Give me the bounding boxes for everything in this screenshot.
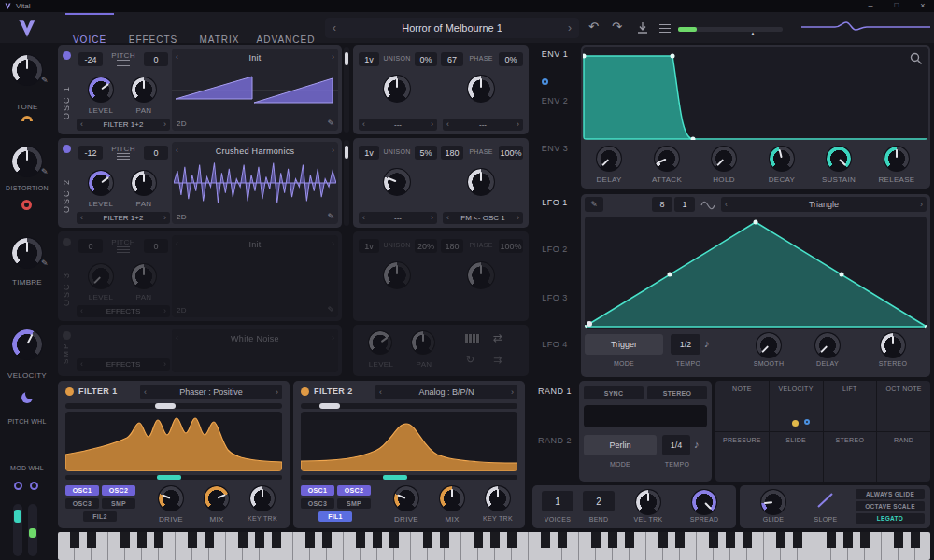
shuffle-icon[interactable]: ⇄	[493, 332, 502, 343]
osc1-level-knob[interactable]	[88, 77, 114, 103]
preset-next-icon[interactable]: ›	[568, 22, 572, 34]
filter2-input-smp[interactable]: SMP	[337, 498, 371, 509]
osc2-wavetable-name[interactable]: Crushed Harmonics	[191, 147, 319, 156]
tab-lfo1[interactable]: LFO 1	[532, 198, 577, 207]
filter2-keytrack-knob[interactable]	[485, 485, 511, 511]
filter1-response-display[interactable]	[65, 412, 282, 471]
osc2-level-knob[interactable]	[88, 170, 114, 196]
rand-sync-button[interactable]: SYNC	[584, 386, 644, 399]
filter2-input-osc1[interactable]: OSC1	[301, 485, 334, 496]
tab-lfo4[interactable]: LFO 4	[532, 340, 577, 349]
rand-tempo-value[interactable]: 1/4	[662, 435, 690, 455]
envelope-display[interactable]	[583, 47, 928, 140]
tab-env3[interactable]: ENV 3	[532, 144, 577, 153]
osc2-routing-select[interactable]: ‹ FILTER 1+2 ›	[77, 212, 170, 224]
filter1-type-select[interactable]: ‹ Phaser : Positive ›	[140, 385, 282, 399]
filter2-morph-handle[interactable]	[319, 403, 340, 409]
osc3-phase-knob[interactable]	[467, 261, 495, 289]
osc1-pan-knob[interactable]	[131, 77, 157, 103]
osc2-frame-mode[interactable]: 2D	[177, 213, 195, 221]
osc1-morph-handle[interactable]	[345, 52, 348, 65]
rand-style-select[interactable]: Perlin	[584, 435, 657, 455]
osc1-dest-a-select[interactable]: ‹ --- ›	[359, 119, 437, 131]
osc2-wavetable-display[interactable]: ‹ Crushed Harmonics › 2D ✎	[172, 142, 338, 224]
filter2-cutoff-handle[interactable]	[383, 475, 407, 480]
wavetable-frames-icon[interactable]	[117, 246, 130, 253]
tab-advanced[interactable]: ADVANCED	[254, 35, 318, 45]
distortion-knob[interactable]	[11, 146, 43, 177]
lfo-stereo-knob[interactable]	[880, 332, 906, 358]
osc2-phase-rand[interactable]: 100%	[499, 146, 523, 160]
osc3-phase-value[interactable]: 180	[441, 239, 463, 253]
lfo-tempo-value[interactable]: 1/2	[671, 334, 700, 355]
osc2-dest-a-select[interactable]: ‹ --- ›	[359, 212, 437, 224]
smp-routing-select[interactable]: ‹ EFFECTS ›	[77, 358, 170, 371]
mod-source-lift[interactable]: LIFT	[824, 381, 877, 431]
vital-logo-icon[interactable]	[15, 16, 39, 40]
lfo-phase-handle[interactable]	[587, 321, 592, 327]
lfo-smooth-knob[interactable]	[756, 332, 782, 358]
chevron-right-icon[interactable]: ›	[517, 120, 519, 129]
mod-indicator-amber-dot[interactable]	[792, 420, 799, 427]
chevron-right-icon[interactable]: ›	[163, 360, 166, 369]
lfo-display[interactable]	[585, 217, 927, 329]
lfo-grid-denominator[interactable]: 1	[674, 197, 695, 212]
glide-knob[interactable]	[760, 489, 786, 515]
smp-sample-name[interactable]: White Noise	[191, 334, 319, 343]
close-button[interactable]: ×	[915, 1, 930, 10]
osc2-transpose-value[interactable]: -12	[78, 146, 103, 160]
smp-level-knob[interactable]	[368, 330, 392, 355]
zoom-icon[interactable]	[910, 52, 923, 65]
smp-power-toggle[interactable]	[63, 331, 71, 340]
filter2-mix-knob[interactable]	[439, 485, 465, 511]
tone-edit-icon[interactable]: ✎	[41, 77, 49, 85]
osc1-unison-knob[interactable]	[383, 75, 411, 103]
osc2-power-toggle[interactable]	[63, 145, 71, 153]
timbre-edit-icon[interactable]: ✎	[41, 259, 49, 268]
filter1-input-osc2[interactable]: OSC2	[102, 485, 135, 496]
tab-env1[interactable]: ENV 1	[532, 49, 577, 59]
osc3-unison-detune[interactable]: 20%	[415, 239, 437, 253]
spread-knob[interactable]	[691, 489, 717, 515]
minimize-button[interactable]: –	[863, 1, 878, 10]
tab-lfo3[interactable]: LFO 3	[532, 293, 577, 302]
osc1-phase-value[interactable]: 67	[441, 52, 463, 66]
chevron-right-icon[interactable]: ›	[431, 214, 433, 222]
wavetable-next-icon[interactable]: ›	[332, 240, 334, 248]
osc1-dest-b-select[interactable]: ‹ --- ›	[443, 119, 523, 131]
wavetable-edit-icon[interactable]: ✎	[327, 306, 334, 315]
mod-indicator-blue-dot[interactable]	[804, 419, 810, 425]
filter2-type-select[interactable]: ‹ Analog : B/P/N ›	[375, 385, 517, 399]
chevron-right-icon[interactable]: ›	[511, 388, 514, 397]
wavetable-prev-icon[interactable]: ‹	[176, 147, 178, 155]
osc3-transpose-value[interactable]: 0	[78, 239, 103, 253]
preset-name[interactable]: Horror of Melbourne 1	[336, 22, 568, 34]
tone-mod-icon[interactable]	[21, 116, 33, 121]
env-hold-knob[interactable]	[711, 146, 737, 172]
tab-rand2[interactable]: RAND 2	[532, 436, 577, 445]
osc1-phase-rand[interactable]: 0%	[499, 52, 523, 66]
filter2-drive-knob[interactable]	[393, 485, 419, 511]
osc1-routing-select[interactable]: ‹ FILTER 1+2 ›	[77, 119, 170, 131]
redo-icon[interactable]: ↷	[612, 21, 622, 33]
filter2-input-osc3[interactable]: OSC3	[301, 498, 334, 509]
rand-stereo-button[interactable]: STEREO	[647, 386, 707, 399]
distortion-edit-icon[interactable]: ✎	[41, 168, 49, 176]
distortion-mod-icon[interactable]	[21, 200, 32, 210]
sample-next-icon[interactable]: ›	[332, 334, 334, 343]
wavetable-frames-icon[interactable]	[117, 153, 130, 160]
osc3-unison-knob[interactable]	[383, 261, 411, 289]
osc1-unison-voices[interactable]: 1v	[359, 52, 379, 66]
advance-icon[interactable]: ⇉	[493, 355, 502, 365]
tab-effects[interactable]: EFFECTS	[125, 35, 181, 45]
env-decay-knob[interactable]	[769, 146, 795, 172]
filter1-input-smp[interactable]: SMP	[102, 498, 135, 509]
chevron-right-icon[interactable]: ›	[276, 388, 278, 397]
tab-lfo2[interactable]: LFO 2	[532, 245, 577, 254]
filter1-input-osc1[interactable]: OSC1	[65, 485, 99, 496]
lfo-grid-numerator[interactable]: 8	[652, 197, 672, 212]
osc2-tune-value[interactable]: 0	[144, 146, 168, 160]
chevron-right-icon[interactable]: ›	[920, 201, 923, 209]
mod-source-stereo[interactable]: STEREO	[824, 432, 877, 483]
osc3-wavetable-display[interactable]: ‹ Init › 2D ✎	[172, 235, 338, 317]
